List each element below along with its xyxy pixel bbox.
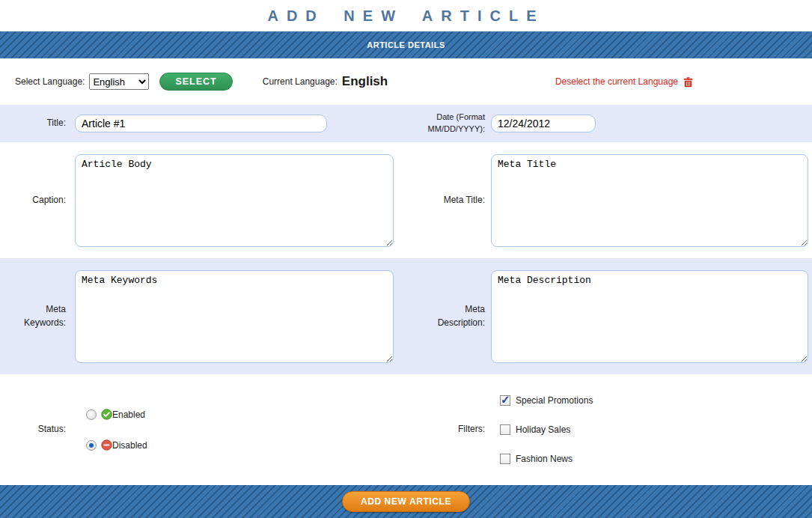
status-option-label: Enabled (112, 409, 145, 420)
title-label: Title: (0, 117, 66, 130)
status-option-disabled[interactable]: Disabled (86, 439, 394, 451)
meta-description-textarea[interactable] (491, 270, 808, 363)
status-filters-row: Status: Enabled (0, 374, 812, 485)
meta-description-label: Meta Description: (400, 303, 485, 329)
footer-banner: ADD NEW ARTICLE (0, 485, 812, 518)
page-title: ADD NEW ARTICLE (0, 0, 812, 31)
minus-circle-icon (101, 439, 112, 451)
status-option-enabled[interactable]: Enabled (86, 409, 394, 420)
check-circle-icon (101, 409, 112, 420)
add-new-article-button[interactable]: ADD NEW ARTICLE (342, 491, 470, 512)
filter-option-label: Special Promotions (516, 395, 593, 406)
status-radio-disabled[interactable] (86, 440, 97, 451)
status-radio-group: Enabled Disabled (75, 409, 394, 451)
meta-title-textarea[interactable] (491, 154, 808, 247)
title-date-row: Title: Date (Format MM/DD/YYYY): (0, 105, 812, 142)
caption-label: Caption: (0, 194, 66, 207)
date-input[interactable] (491, 115, 596, 132)
current-language-label: Current Language: (263, 76, 338, 87)
section-header-banner: ARTICLE DETAILS (0, 31, 812, 58)
section-header-label: ARTICLE DETAILS (367, 40, 445, 49)
title-input[interactable] (75, 115, 327, 132)
meta-keywords-label: Meta Keywords: (0, 303, 66, 329)
meta-title-label: Meta Title: (400, 194, 485, 207)
current-language-value: English (342, 74, 388, 89)
status-radio-enabled[interactable] (86, 409, 97, 420)
caption-textarea[interactable] (75, 154, 394, 247)
select-language-button[interactable]: SELECT (159, 73, 232, 91)
caption-metatitle-row: Caption: Meta Title: (0, 142, 812, 258)
filter-checkbox-holiday-sales[interactable] (500, 424, 510, 435)
date-label: Date (Format MM/DD/YYYY): (400, 112, 485, 135)
filter-option-special-promotions[interactable]: Special Promotions (500, 395, 808, 406)
filter-checkbox-fashion-news[interactable] (500, 454, 510, 464)
select-language-label: Select Language: (15, 76, 85, 87)
filter-checkbox-special-promotions[interactable] (500, 395, 510, 406)
filters-checkbox-group: Special Promotions Holiday Sales Fashion… (491, 395, 808, 464)
status-label: Status: (0, 423, 66, 436)
metakeywords-metadescription-row: Meta Keywords: Meta Description: (0, 258, 812, 374)
language-bar: Select Language: English SELECT Current … (0, 58, 812, 105)
filter-option-holiday-sales[interactable]: Holiday Sales (500, 424, 808, 435)
language-select[interactable]: English (89, 73, 149, 90)
deselect-language-label: Deselect the current Language (555, 76, 678, 87)
filter-option-label: Holiday Sales (516, 424, 570, 435)
filter-option-fashion-news[interactable]: Fashion News (500, 454, 808, 464)
status-option-label: Disabled (112, 440, 147, 451)
filters-label: Filters: (400, 423, 485, 436)
deselect-language-link[interactable]: Deselect the current Language (555, 76, 694, 88)
filter-option-label: Fashion News (516, 454, 573, 464)
meta-keywords-textarea[interactable] (75, 270, 394, 363)
trash-icon[interactable] (683, 76, 694, 88)
